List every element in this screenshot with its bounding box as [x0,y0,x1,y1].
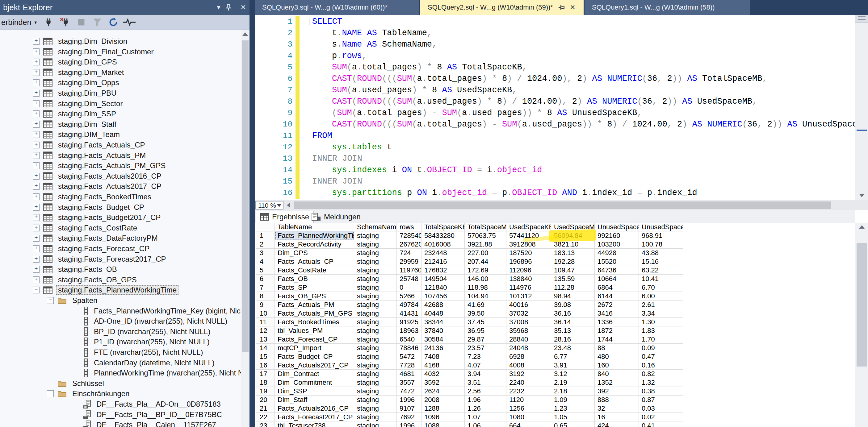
grid-cell[interactable]: 37840 [422,326,465,335]
grid-cell[interactable]: 9107 [397,404,422,413]
code-line-1[interactable]: 1−SELECT [255,16,855,28]
grid-cell[interactable]: staging [354,326,397,335]
grid-cell[interactable]: 1.30 [639,318,683,326]
grid-cell[interactable]: 7728 [397,361,422,370]
tree-item-staging-dim-final-customer[interactable]: + staging.Dim_Final_Customer [0,46,241,57]
tree-item-staging-facts-actuals-cp[interactable]: + staging.Facts_Actuals_CP [0,140,241,150]
results-scrollbar-thumb[interactable] [857,243,867,366]
grid-cell[interactable]: 160 [595,361,639,370]
grid-cell[interactable]: 103200 [595,240,639,249]
grid-cell[interactable]: 4016008 [422,240,465,249]
tree-item-staging-facts-ob-gps[interactable]: + staging.Facts_OB_GPS [0,274,241,285]
tree-item-staging-dim-market[interactable]: + staging.Dim_Market [0,67,241,78]
row-number[interactable]: 6 [256,274,275,283]
grid-cell[interactable]: 1.09 [551,396,595,404]
grid-cell[interactable]: staging [354,335,397,344]
row-number[interactable]: 19 [256,387,275,396]
row-number[interactable]: 15 [256,352,275,361]
grid-cell[interactable]: Dim_Contract [275,370,354,378]
grid-cell[interactable]: staging [354,283,397,292]
sql-editor[interactable]: 1−SELECT2t.NAME AS TableName,3s.Name AS … [255,15,868,200]
row-number[interactable]: 21 [256,404,275,413]
results-scroll-up-icon[interactable] [859,225,865,229]
connect-dropdown-icon[interactable]: ▾ [34,20,37,25]
grid-cell[interactable]: 18963 [397,326,422,335]
grid-cell[interactable]: Dim_Staff [275,396,354,404]
grid-cell[interactable]: Facts_Actuals2016_CP [275,404,354,413]
row-number[interactable]: 9 [256,300,275,309]
grid-cell[interactable]: 56094.84 [551,231,595,240]
grid-cell[interactable]: staging [354,404,397,413]
tree-item-staging-dim-sector[interactable]: + staging.Dim_Sector [0,98,241,109]
grid-cell[interactable]: 36.16 [551,309,595,318]
grid-cell[interactable]: Facts_Actuals_PM [275,300,354,309]
row-number[interactable]: 20 [256,396,275,404]
grid-cell[interactable]: 7408 [422,352,465,361]
tree-item-facts-plannedworkingtime-key-bigint-nich[interactable]: Facts_PlannedWorkingTime_Key (bigint, Ni… [0,306,241,316]
tab-ergebnisse[interactable]: Ergebnisse [256,211,314,223]
grid-cell[interactable]: 187520 [506,249,551,257]
grid-cell[interactable]: 840 [595,370,639,378]
activity-monitor-icon[interactable] [121,15,137,29]
grid-cell[interactable]: 7.23 [465,352,506,361]
grid-cell[interactable]: 4032 [422,370,465,378]
code-line-11[interactable]: 11FROM [255,130,855,142]
grid-cell[interactable]: 10.41 [639,274,683,283]
grid-cell[interactable]: 3192 [506,370,551,378]
grid-cell[interactable]: 4.07 [465,361,506,370]
grid-cell[interactable]: 15520 [595,257,639,266]
grid-cell[interactable]: 114976 [506,283,551,292]
grid-cell[interactable]: staging [354,249,397,257]
grid-cell[interactable]: 888 [595,396,639,404]
row-number[interactable]: 1 [256,231,275,240]
tree-item-staging-dim-team[interactable]: + staging.DIM_Team [0,129,241,140]
code-line-7[interactable]: 7SUM(a.used_pages) * 8 AS UsedSpaceKB, [255,85,855,96]
grid-cell[interactable]: 36.95 [465,326,506,335]
grid-cell[interactable]: 424 [595,422,639,427]
grid-cell[interactable]: 172.69 [465,266,506,274]
grid-cell[interactable]: staging [354,309,397,318]
grid-cell[interactable]: 40448 [422,309,465,318]
grid-cell[interactable]: 1352 [595,378,639,387]
grid-cell[interactable]: staging [354,318,397,326]
tree-item-df-facts-pla-calen-1157f267[interactable]: DF__Facts_Pla__Calen__1157F267 [0,420,241,427]
grid-cell[interactable]: 100.78 [639,240,683,249]
column-header-UnusedSpaceKB[interactable]: UnusedSpaceKB [595,223,639,231]
grid-cell[interactable]: 664 [506,422,551,427]
grid-cell[interactable]: 63.22 [639,266,683,274]
tree-item-staging-facts-actuals2017-cp[interactable]: + staging.Facts_Actuals2017_CP [0,181,241,192]
column-header-rows[interactable]: rows [397,223,422,231]
code-line-15[interactable]: 15INNER JOIN [255,176,855,187]
grid-cell[interactable]: 38344 [422,318,465,326]
grid-cell[interactable]: 101312 [506,292,551,300]
grid-cell[interactable]: 121840 [422,283,465,292]
grid-cell[interactable]: 1336 [595,318,639,326]
grid-cell[interactable]: 207.44 [465,257,506,266]
document-tab-3[interactable]: SQLQuery1.sql - W...g (W10\admin (58)) [585,0,750,15]
grid-cell[interactable]: 35.13 [551,326,595,335]
grid-cell[interactable]: 23.57 [465,344,506,352]
document-tab-2[interactable]: SQLQuery2.sql - W...g (W10\admin (59))*✕ [420,0,584,15]
grid-cell[interactable]: 146.00 [465,274,506,283]
tree-item-plannedworkingtime-nvarchar-255-nicht-nu[interactable]: PlannedWorkingTime (nvarchar(255), Nicht… [0,368,241,378]
tree-item-spalten[interactable]: − Spalten [0,295,241,306]
grid-cell[interactable]: 112096 [506,266,551,274]
grid-cell[interactable]: 28840 [506,335,551,344]
grid-cell[interactable]: 6.70 [639,283,683,292]
grid-cell[interactable]: 1.83 [639,326,683,335]
tree-expander[interactable]: + [33,162,39,169]
tree-expander[interactable]: + [33,235,39,241]
column-header-TotalSpaceKB[interactable]: TotalSpaceKB [422,223,465,231]
connect-icon[interactable] [41,15,57,29]
tree-expander[interactable]: + [33,59,39,65]
grid-cell[interactable]: Facts_SP [275,283,354,292]
grid-cell[interactable]: 49784 [397,300,422,309]
grid-cell[interactable]: 40016 [506,300,551,309]
tree-item-df-facts-pla-bp-id-0e7b75bc[interactable]: DF__Facts_Pla__BP_ID__0E7B75BC [0,409,241,420]
tree-item-staging-dim-gps[interactable]: + staging.Dim_GPS [0,57,241,67]
grid-cell[interactable]: 1996 [397,422,422,427]
code-line-4[interactable]: 4p.rows, [255,50,855,62]
grid-cell[interactable]: 0.09 [639,344,683,352]
grid-cell[interactable]: 32 [595,404,639,413]
tree-item-staging-facts-budget2017-cp[interactable]: + staging.Facts_Budget2017_CP [0,212,241,223]
